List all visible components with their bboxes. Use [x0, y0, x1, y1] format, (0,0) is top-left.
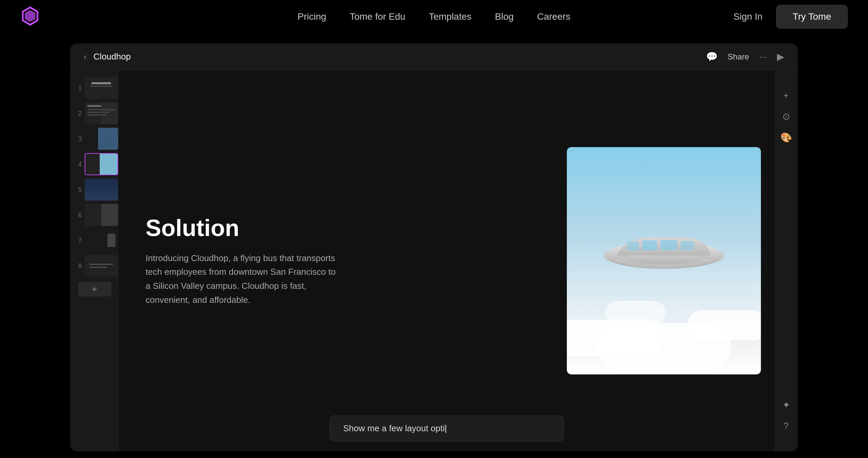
- slide-item-3[interactable]: 3: [74, 128, 115, 150]
- nav-right: Sign In Try Tome: [734, 5, 848, 29]
- slide-thumb-1[interactable]: [85, 77, 118, 99]
- slide-thumb-6[interactable]: [85, 204, 118, 226]
- slide-thumb-4[interactable]: [85, 153, 118, 175]
- cloud-3: [597, 323, 731, 370]
- comment-icon[interactable]: 💬: [706, 51, 718, 62]
- prompt-bar[interactable]: Show me a few layout opti: [330, 416, 564, 441]
- slide-thumb-2[interactable]: [85, 102, 118, 124]
- try-tome-button[interactable]: Try Tome: [776, 5, 848, 29]
- right-tools: + ⊙ 🎨 ✦ ?: [774, 70, 798, 451]
- slide-item-4[interactable]: 4: [74, 153, 115, 175]
- nav-tome-edu[interactable]: Tome for Edu: [350, 11, 406, 22]
- svg-rect-4: [642, 240, 657, 251]
- svg-rect-3: [627, 241, 639, 251]
- nav-templates[interactable]: Templates: [429, 11, 471, 22]
- slide-num-3: 3: [74, 135, 82, 143]
- nav-blog[interactable]: Blog: [495, 11, 514, 22]
- slide-content: Solution Introducing Cloudhop, a flying …: [119, 70, 774, 451]
- toolbar: ‹ Cloudhop 💬 Share ··· ▶: [70, 43, 798, 70]
- add-tool-icon[interactable]: +: [783, 90, 789, 101]
- toolbar-left: ‹ Cloudhop: [84, 52, 131, 62]
- document-title: Cloudhop: [93, 52, 130, 62]
- nav-pricing[interactable]: Pricing: [298, 11, 326, 22]
- sidebar: 1 2: [70, 70, 119, 451]
- slide-thumb-5[interactable]: [85, 178, 118, 201]
- slide-heading: Solution: [146, 215, 540, 241]
- slide-num-5: 5: [74, 186, 82, 194]
- main-slide: Solution Introducing Cloudhop, a flying …: [119, 70, 774, 451]
- svg-rect-5: [660, 240, 677, 250]
- slide-thumb-7[interactable]: [85, 229, 118, 252]
- slide-body: Introducing Cloudhop, a flying bus that …: [146, 252, 340, 307]
- slide-thumb-8[interactable]: [85, 255, 118, 277]
- slide-image-panel: [567, 147, 761, 374]
- cloud-4: [606, 301, 666, 324]
- target-tool-icon[interactable]: ⊙: [782, 111, 790, 122]
- sparkle-tool-icon[interactable]: ✦: [782, 399, 790, 411]
- flying-bus-image: [597, 215, 731, 282]
- play-button[interactable]: ▶: [777, 51, 784, 62]
- slide-num-4: 4: [74, 160, 82, 168]
- cursor: [445, 425, 446, 433]
- slide-num-1: 1: [74, 84, 82, 92]
- slide-item-8[interactable]: 8: [74, 255, 115, 277]
- slide-num-7: 7: [74, 237, 82, 244]
- content-area: 1 2: [70, 70, 798, 451]
- app-container: ‹ Cloudhop 💬 Share ··· ▶ 1: [70, 43, 798, 451]
- svg-rect-6: [681, 241, 694, 250]
- nav-links: Pricing Tome for Edu Templates Blog Care…: [298, 11, 570, 22]
- slide-text-panel: Solution Introducing Cloudhop, a flying …: [119, 195, 567, 327]
- right-tools-bottom: ✦ ?: [782, 399, 790, 431]
- help-tool-icon[interactable]: ?: [783, 421, 789, 431]
- more-options-icon[interactable]: ···: [759, 52, 767, 62]
- slide-num-2: 2: [74, 110, 82, 117]
- sign-in-link[interactable]: Sign In: [734, 11, 763, 22]
- slide-item-7[interactable]: 7: [74, 229, 115, 252]
- logo[interactable]: [20, 6, 40, 27]
- share-button[interactable]: Share: [728, 52, 749, 62]
- prompt-text: Show me a few layout opti: [343, 423, 445, 433]
- svg-marker-1: [25, 10, 35, 22]
- add-slide-button[interactable]: +: [78, 282, 112, 297]
- back-button[interactable]: ‹: [84, 52, 87, 62]
- navbar: Pricing Tome for Edu Templates Blog Care…: [0, 0, 868, 33]
- slide-thumb-3[interactable]: [85, 128, 118, 150]
- slide-item-6[interactable]: 6: [74, 204, 115, 226]
- slide-item-2[interactable]: 2: [74, 102, 115, 124]
- slide-num-6: 6: [74, 211, 82, 219]
- slide-item-5[interactable]: 5: [74, 178, 115, 201]
- right-tools-top: + ⊙ 🎨: [780, 90, 792, 143]
- toolbar-right: 💬 Share ··· ▶: [706, 51, 784, 62]
- nav-careers[interactable]: Careers: [537, 11, 570, 22]
- slide-num-8: 8: [74, 262, 82, 270]
- slide-item-1[interactable]: 1: [74, 77, 115, 99]
- palette-tool-icon[interactable]: 🎨: [780, 132, 792, 143]
